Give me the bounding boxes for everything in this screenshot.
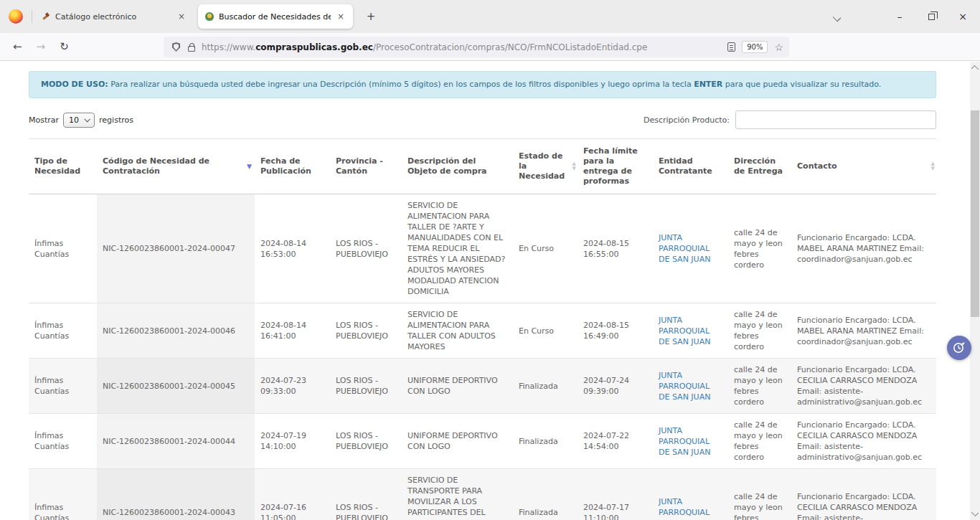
cell-codigo: NIC-1260023860001-2024-00046 [97,303,255,359]
cell-direccion: calle 24 de mayo y leon febres cordero [728,359,791,414]
navigation-toolbar: ← → ↻ https://www.compraspublicas.gob.ec… [0,33,980,61]
cell-entidad: JUNTA PARROQUIAL DE SAN JUAN [653,359,728,414]
cell-provincia: LOS RIOS - PUEBLOVIEJO [330,414,402,469]
tab-title: Catálogo electrónico [55,12,171,22]
zoom-level-badge[interactable]: 90% [742,41,768,53]
reload-button[interactable]: ↻ [52,40,76,53]
cell-descripcion: SERVICIO DE TRANSPORTE PARA MOVILIZAR A … [402,469,513,520]
cell-provincia: LOS RIOS - PUEBLOVIEJO [330,303,402,359]
cell-fecha-limite: 2024-08-15 16:49:00 [578,303,653,359]
cell-direccion: calle 24 de mayo y leon febres cordero [728,194,791,303]
cell-contacto: Funcionario Encargado: LCDA. CECILIA CAR… [791,469,936,520]
close-tab-icon[interactable]: × [336,11,346,22]
forward-button[interactable]: → [29,40,53,53]
cell-entidad: JUNTA PARROQUIAL DE SAN JUAN [653,194,728,303]
entidad-link[interactable]: JUNTA PARROQUIAL DE SAN JUAN [659,497,710,520]
cell-fecha-publicacion: 2024-07-16 11:05:00 [255,469,330,520]
sort-both-icon: ▲▼ [931,161,935,171]
cell-estado: Finalizada [513,359,578,414]
table-header-row: Tipo de Necesidad Código de Necesidad de… [29,139,936,194]
col-tipo-necesidad[interactable]: Tipo de Necesidad [29,139,97,194]
table-row: Ínfimas Cuantías NIC-1260023860001-2024-… [29,194,936,303]
table-row: Ínfimas Cuantías NIC-1260023860001-2024-… [29,469,936,520]
floating-clock-widget-button[interactable] [947,336,971,360]
entidad-link[interactable]: JUNTA PARROQUIAL DE SAN JUAN [659,233,710,264]
cell-fecha-limite: 2024-07-17 11:10:00 [578,469,653,520]
restore-icon [928,14,935,20]
cell-estado: En Curso [513,194,578,303]
col-contacto[interactable]: Contacto ▲▼ [791,139,936,194]
list-tabs-chevron-icon[interactable] [833,14,841,22]
product-filter: Descripción Producto: [644,110,936,129]
tab-separator [32,10,32,23]
close-tab-icon[interactable]: × [176,11,187,22]
cell-provincia: LOS RIOS - PUEBLOVIEJO [330,359,402,414]
tab-buscador-necesidades[interactable]: Buscador de Necesidades de Co × [198,4,353,29]
cell-direccion: calle 24 de mayo y leon febres cordero [728,303,791,359]
needs-table: Tipo de Necesidad Código de Necesidad de… [29,138,936,520]
restore-button[interactable] [915,0,947,33]
cell-descripcion: UNIFORME DEPORTIVO CON LOGO [402,414,513,469]
col-descripcion-objeto[interactable]: Descripción del Objeto de compra [402,139,513,194]
cell-estado: Finalizada [513,469,578,520]
product-filter-input[interactable] [735,110,936,129]
cell-estado: Finalizada [513,414,578,469]
url-path: /ProcesoContratacion/compras/NCO/FrmNCOL… [373,42,647,52]
table-row: Ínfimas Cuantías NIC-1260023860001-2024-… [29,303,936,359]
sort-desc-icon: ▼ [247,161,252,171]
col-estado-necesidad[interactable]: Estado de la Necesidad ▲▼ [513,139,578,194]
page-size-select[interactable]: 10 [63,113,95,128]
tracking-protection-shield-icon[interactable] [172,42,180,52]
url-domain: compraspublicas.gob.ec [255,42,373,52]
reader-mode-icon[interactable] [727,42,735,52]
cell-descripcion: SERVICIO DE ALIMENTACION PARA TALLER CON… [402,303,513,359]
tab-catalogo-electronico[interactable]: Catálogo electrónico × [34,4,194,29]
page-size-value: 10 [69,115,79,125]
cell-fecha-limite: 2024-07-24 09:39:00 [578,359,653,414]
cell-fecha-publicacion: 2024-08-14 16:53:00 [255,194,330,303]
browser-window: Catálogo electrónico × Buscador de Neces… [0,0,980,520]
cell-entidad: JUNTA PARROQUIAL DE SAN JUAN [653,414,728,469]
col-entidad-contratante[interactable]: Entidad Contratante [653,139,728,194]
cell-contacto: Funcionario Encargado: LCDA. CECILIA CAR… [791,414,936,469]
back-button[interactable]: ← [6,40,29,53]
cell-direccion: calle 24 de mayo y leon febres cordero [728,414,791,469]
col-codigo-necesidad[interactable]: Código de Necesidad de Contratación ▼ [97,139,255,194]
url-bar[interactable]: https://www.compraspublicas.gob.ec/Proce… [164,37,789,57]
cell-tipo: Ínfimas Cuantías [29,194,97,303]
scrollbar-thumb[interactable] [971,110,979,317]
clock-icon [952,341,966,355]
cell-codigo: NIC-1260023860001-2024-00047 [97,194,255,303]
page-content: MODO DE USO: Para realizar una búsqueda … [0,62,970,520]
minimize-button[interactable]: – [884,0,915,33]
cell-contacto: Funcionario Encargado: LCDA. MABEL ARANA… [791,194,936,303]
lock-icon[interactable] [188,46,195,52]
new-tab-button[interactable]: + [363,9,379,24]
cell-fecha-publicacion: 2024-07-23 09:33:00 [255,359,330,414]
show-entries-label: Mostrar [29,115,59,125]
cell-fecha-publicacion: 2024-08-14 16:41:00 [255,303,330,359]
scroll-up-arrow-icon[interactable] [971,65,979,72]
col-fecha-limite[interactable]: Fecha límite para la entrega de proforma… [578,139,653,194]
cell-tipo: Ínfimas Cuantías [29,303,97,359]
cell-provincia: LOS RIOS - PUEBLOVIEJO [330,469,402,520]
entidad-link[interactable]: JUNTA PARROQUIAL DE SAN JUAN [659,426,710,457]
cell-tipo: Ínfimas Cuantías [29,414,97,469]
col-provincia-canton[interactable]: Provincia - Cantón [330,139,402,194]
url-scheme: https://www. [202,42,255,52]
close-window-button[interactable]: × [947,0,979,33]
col-direccion-entrega[interactable]: Dirección de Entrega [728,139,791,194]
show-entries: Mostrar 10 registros [29,113,133,128]
url-text: https://www.compraspublicas.gob.ec/Proce… [202,42,727,52]
entidad-link[interactable]: JUNTA PARROQUIAL DE SAN JUAN [659,316,710,346]
col-fecha-publicacion[interactable]: Fecha de Publicación [255,139,330,194]
cell-fecha-limite: 2024-08-15 16:55:00 [578,194,653,303]
tab-bar: Catálogo electrónico × Buscador de Neces… [0,0,980,33]
vertical-scrollbar[interactable] [970,62,980,520]
cell-estado: En Curso [513,303,578,359]
scroll-down-arrow-icon[interactable] [971,509,979,516]
bookmark-star-icon[interactable]: ☆ [774,42,783,53]
registros-label: registros [99,115,133,125]
cell-direccion: calle 24 de mayo y leon febres cordero [728,469,791,520]
entidad-link[interactable]: JUNTA PARROQUIAL DE SAN JUAN [659,371,710,402]
